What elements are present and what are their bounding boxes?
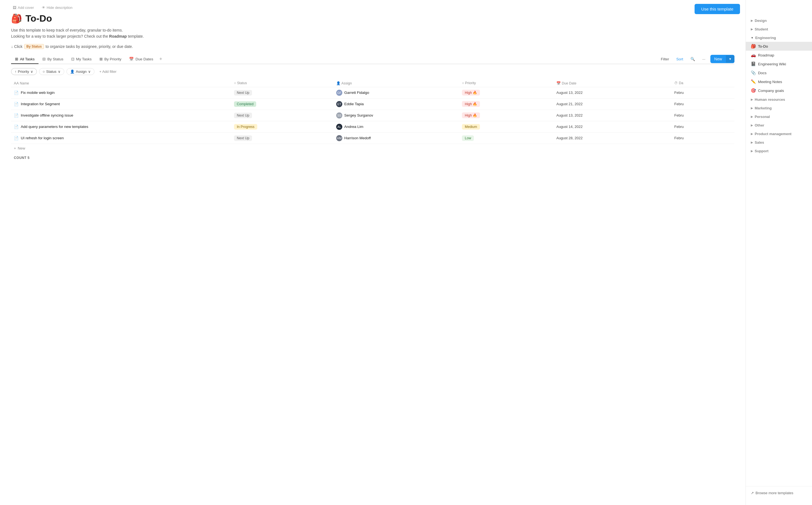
chevron-right-icon: ▶ <box>751 107 753 110</box>
task-status-cell[interactable]: Completed <box>231 98 333 110</box>
task-assign-cell[interactable]: AL Andrea Lim <box>333 121 459 132</box>
search-button[interactable]: 🔍 <box>688 56 697 62</box>
task-priority-cell[interactable]: High 🔥 <box>459 87 553 98</box>
sort-button[interactable]: Sort <box>674 56 685 62</box>
task-priority-cell[interactable]: High 🔥 <box>459 110 553 121</box>
tab-by-priority[interactable]: ⊠ By Priority <box>96 54 126 64</box>
chevron-right-icon: ▶ <box>751 28 753 31</box>
sidebar-section-header[interactable]: ▶ Design <box>746 17 812 25</box>
table-row[interactable]: 📄 Integration for Segment Completed ET E… <box>11 98 735 110</box>
task-priority-cell[interactable]: Medium <box>459 121 553 132</box>
task-priority-cell[interactable]: Low <box>459 132 553 144</box>
task-assign-cell[interactable]: HM Harrison Medoff <box>333 132 459 144</box>
chevron-right-icon: ▶ <box>751 124 753 127</box>
sidebar-item-to-do[interactable]: 🎒 To-Do <box>746 42 812 51</box>
more-options-button[interactable]: ··· <box>700 56 707 62</box>
task-status-cell[interactable]: In Progress <box>231 121 333 132</box>
sidebar-item-engineering-wiki[interactable]: 📓 Engineering Wiki <box>746 59 812 68</box>
priority-col-icon: ○ <box>462 81 464 85</box>
task-da-cell: Febru <box>672 98 735 110</box>
sidebar-section-header[interactable]: ▶ Human resources <box>746 96 812 104</box>
sidebar-item-docs[interactable]: 📎 Docs <box>746 68 812 77</box>
new-task-row[interactable]: + New <box>11 144 735 153</box>
use-template-button-top[interactable]: Use this template <box>694 4 740 14</box>
sidebar-section-header[interactable]: ▶ Product management <box>746 130 812 138</box>
sidebar-item-meeting-notes[interactable]: ✏️ Meeting Notes <box>746 77 812 86</box>
task-name-cell[interactable]: 📄 Add query parameters for new templates <box>11 121 231 132</box>
task-name-cell[interactable]: 📄 Investigate offline syncing issue <box>11 110 231 121</box>
add-tab-button[interactable]: + <box>157 54 165 64</box>
chevron-right-icon: ▶ <box>751 19 753 22</box>
task-doc-icon: 📄 <box>14 91 19 95</box>
browse-templates-button[interactable]: ↗ Browse more templates <box>746 486 812 499</box>
chevron-right-icon: ▶ <box>751 132 753 135</box>
task-assign-cell[interactable]: GF Garrett Fidalgo <box>333 87 459 98</box>
task-status-cell[interactable]: Next Up <box>231 132 333 144</box>
sidebar-section-header[interactable]: ▶ Student <box>746 25 812 33</box>
priority-badge: High 🔥 <box>462 90 480 96</box>
due-date-text: August 13, 2022 <box>556 91 583 95</box>
task-doc-icon: 📄 <box>14 125 19 129</box>
sidebar-section-personal: ▶ Personal <box>746 113 812 121</box>
section-label: Other <box>755 123 764 127</box>
sidebar-section-header[interactable]: ▶ Personal <box>746 113 812 121</box>
add-cover-button[interactable]: 🖼 Add cover <box>11 4 36 11</box>
new-button-chevron[interactable]: ▼ <box>726 55 735 62</box>
task-assign-cell[interactable]: ET Eddie Tapia <box>333 98 459 110</box>
chevron-down-icon: ▼ <box>751 36 754 39</box>
task-name-cell[interactable]: 📄 Integration for Segment <box>11 98 231 110</box>
assignee-name: Eddie Tapia <box>344 102 364 106</box>
task-assign-cell[interactable]: SS Sergey Surganov <box>333 110 459 121</box>
add-filter-button[interactable]: + Add filter <box>97 68 119 75</box>
table-row[interactable]: 📄 Investigate offline syncing issue Next… <box>11 110 735 121</box>
section-label: Engineering <box>755 36 776 40</box>
table-row[interactable]: 📄 Add query parameters for new templates… <box>11 121 735 132</box>
duedate-col-icon: 📅 <box>556 81 561 85</box>
table-row[interactable]: 📄 UI refresh for login screen Next Up HM… <box>11 132 735 144</box>
by-status-tag[interactable]: By Status <box>24 44 44 49</box>
task-doc-icon: 📄 <box>14 136 19 140</box>
task-status-cell[interactable]: Next Up <box>231 110 333 121</box>
task-name-cell[interactable]: 📄 Fix mobile web login <box>11 87 231 98</box>
page-icon: 🎒 <box>11 13 22 24</box>
chevron-down-icon-status: ∨ <box>58 69 61 73</box>
filter-button[interactable]: Filter <box>659 56 671 62</box>
tab-my-tasks[interactable]: ⊡ My Tasks <box>67 54 96 64</box>
sidebar-item-roadmap[interactable]: 🚗 Roadmap <box>746 51 812 59</box>
priority-filter[interactable]: ↑ Priority ∨ <box>11 68 37 75</box>
priority-badge: Medium <box>462 124 480 130</box>
new-button[interactable]: New <box>710 55 726 63</box>
sidebar-section-header[interactable]: ▶ Support <box>746 147 812 155</box>
task-name-text: Investigate offline syncing issue <box>21 113 73 117</box>
col-header-name: 𝖠𝖠 Name <box>11 79 231 87</box>
tab-due-dates[interactable]: 📅 Due Dates <box>125 54 157 64</box>
table-row[interactable]: 📄 Fix mobile web login Next Up GF Garret… <box>11 87 735 98</box>
tab-by-status[interactable]: ⊟ By Status <box>38 54 67 64</box>
sidebar-section-header[interactable]: ▶ Marketing <box>746 104 812 112</box>
tabs-bar: ⊞ All Tasks ⊟ By Status ⊡ My Tasks ⊠ By … <box>11 54 735 64</box>
status-badge: In Progress <box>234 124 257 130</box>
sidebar-section-marketing: ▶ Marketing <box>746 104 812 112</box>
task-name-text: Integration for Segment <box>21 102 60 106</box>
task-priority-cell[interactable]: High 🔥 <box>459 98 553 110</box>
col-header-priority: ○ Priority <box>459 79 553 87</box>
task-name-cell[interactable]: 📄 UI refresh for login screen <box>11 132 231 144</box>
tab-all-tasks[interactable]: ⊞ All Tasks <box>11 54 38 64</box>
sidebar-section-sales: ▶ Sales <box>746 138 812 147</box>
priority-icon: ⊠ <box>100 57 103 61</box>
sidebar-section-header[interactable]: ▶ Sales <box>746 138 812 147</box>
status-filter-icon: ○ <box>43 69 45 73</box>
status-filter[interactable]: ○ Status ∨ <box>39 68 64 75</box>
section-label: Personal <box>755 115 770 119</box>
assignee-name: Andrea Lim <box>344 125 363 129</box>
task-da-cell: Febru <box>672 121 735 132</box>
assign-col-icon: 👤 <box>336 81 341 85</box>
sidebar-item-company-goals[interactable]: 🎯 Company goals <box>746 86 812 95</box>
hide-description-button[interactable]: 👁 Hide description <box>40 4 74 11</box>
sidebar-section-header[interactable]: ▼ Engineering <box>746 34 812 42</box>
section-label: Product management <box>755 132 792 136</box>
sidebar-item-icon: 📓 <box>751 61 756 66</box>
assign-filter[interactable]: 👤 Assign ∨ <box>66 68 95 75</box>
task-status-cell[interactable]: Next Up <box>231 87 333 98</box>
sidebar-section-header[interactable]: ▶ Other <box>746 121 812 129</box>
